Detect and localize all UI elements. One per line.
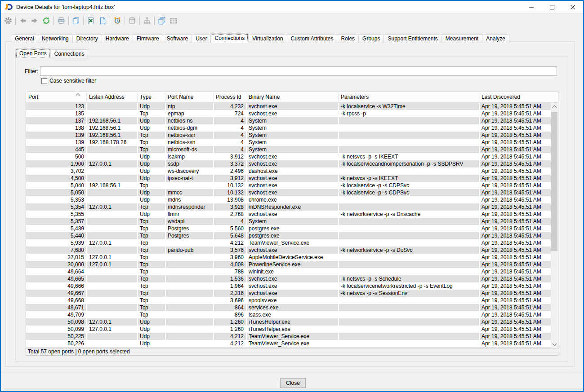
table-row[interactable]: 5,439TcpPostgres5,560postgres.exeApr 19,… [26, 225, 552, 232]
tab-user[interactable]: User [192, 34, 211, 43]
copy-icon[interactable] [70, 15, 82, 26]
table-row[interactable]: 5,440TcpPostgres5,648postgres.exeApr 19,… [26, 232, 552, 239]
tab-connections[interactable]: Connections [211, 33, 249, 43]
tab-custom-attributes[interactable]: Custom Attributes [287, 34, 338, 43]
column-header-process-id[interactable]: Process Id [214, 92, 246, 102]
cell-last-discovered: Apr 19, 2018 5:45:51 AM [479, 232, 552, 239]
document-icon[interactable] [97, 15, 108, 26]
sitemap-icon[interactable] [141, 15, 153, 26]
column-header-type[interactable]: Type [138, 92, 165, 102]
table-row[interactable]: 5,353Udpmdns13,908chrome.exeApr 19, 2018… [26, 196, 552, 203]
settings-gear-icon[interactable] [2, 15, 14, 26]
table-row[interactable]: 445Tcpmicrosoft-ds4SystemApr 19, 2018 5:… [26, 146, 552, 153]
table-row[interactable]: 137192.168.56.1Udpnetbios-ns4SystemApr 1… [26, 117, 552, 124]
table-row[interactable]: 5,040192.168.56.1Tcp10,132svchost.exe-k … [26, 182, 552, 189]
minimize-button[interactable] [521, 1, 542, 13]
close-window-button[interactable] [562, 1, 583, 13]
table-row[interactable]: 30,000127.0.0.1Tcp4,008PowerlineService.… [26, 261, 552, 268]
cell-type: Tcp [138, 261, 165, 268]
database-icon[interactable] [126, 15, 138, 26]
cell-type: Udp [138, 124, 165, 132]
table-row[interactable]: 138192.168.56.1Udpnetbios-dgm4SystemApr … [26, 124, 552, 132]
scroll-up-button[interactable] [551, 103, 558, 110]
scroll-down-button[interactable] [551, 341, 558, 348]
forward-arrow-icon[interactable] [29, 15, 40, 26]
table-row[interactable]: 49,664Tcp788wininit.exeApr 19, 2018 5:45… [26, 268, 552, 275]
tab-directory[interactable]: Directory [73, 34, 102, 43]
tab-roles[interactable]: Roles [337, 34, 359, 43]
vertical-scrollbar[interactable] [551, 103, 558, 348]
table-row[interactable]: 49,709Tcp896lsass.exeApr 19, 2018 5:45:5… [26, 311, 552, 318]
schedule-clock-icon[interactable] [111, 15, 123, 26]
case-sensitive-checkbox[interactable] [41, 78, 47, 84]
table-row[interactable]: 139192.168.56.1Tcpnetbios-ssn4SystemApr … [26, 132, 552, 139]
table-row[interactable]: 5,050Udpmmcc10,132svchost.exe-k localser… [26, 189, 552, 196]
cell-type: Tcp [138, 304, 165, 311]
table-row[interactable]: 1,900127.0.0.1Udpssdp3,372svchost.exe-k … [26, 160, 552, 167]
tab-support-entitlements[interactable]: Support Entitlements [384, 34, 441, 43]
filter-input[interactable] [40, 66, 557, 76]
table-row[interactable]: 5,355Udpllmnr2,768svchost.exe-k networks… [26, 211, 552, 218]
back-arrow-icon[interactable] [17, 15, 29, 26]
tab-hardware[interactable]: Hardware [102, 34, 133, 43]
maximize-button[interactable] [542, 1, 562, 13]
table-row[interactable]: 49,665Tcp1,536svchost.exe-k netsvcs -p -… [26, 275, 552, 282]
subtab-open-ports[interactable]: Open Ports [15, 48, 51, 58]
table-row[interactable]: 49,668Tcp3,696spoolsv.exeApr 19, 2018 5:… [26, 297, 552, 304]
table-row[interactable]: 500Udpisakmp3,912svchost.exe-k netsvcs -… [26, 153, 552, 160]
table-row[interactable]: 49,666Tcp1,964svchost.exe-k localservice… [26, 282, 552, 290]
toolbar-separator [154, 16, 155, 25]
tab-software[interactable]: Software [163, 34, 192, 43]
table-row[interactable]: 5,354127.0.0.1Tcpmdnsresponder3,928mDNSR… [26, 203, 552, 211]
cell-process-id: 788 [214, 268, 246, 275]
export-excel-icon[interactable] [85, 15, 97, 26]
table-row[interactable]: 123Udpntp4,232svchost.exe-k localservice… [26, 103, 552, 110]
table-row[interactable]: 4,500Udpipsec-nat-t3,912svchost.exe-k ne… [26, 175, 552, 182]
table-row[interactable]: 27,015127.0.0.1Tcp3,960AppleMobileDevice… [26, 254, 552, 261]
table-row[interactable]: 7,680Tcppando-pub3,576svchost.exe-k netw… [26, 247, 552, 254]
cell-process-id: 3,912 [214, 153, 246, 160]
tab-general[interactable]: General [11, 34, 38, 43]
table-row[interactable]: 50,225Udp4,212TeamViewer_Service.exeApr … [26, 333, 552, 340]
table-row[interactable]: 3,702Udpws-discovery2,496dashost.exeApr … [26, 167, 552, 175]
column-header-last-discovered[interactable]: Last Discovered [479, 92, 558, 102]
cell-binary-name: svchost.exe [246, 290, 339, 297]
table-row[interactable]: 50,099127.0.0.1Udp1,260iTunesHelper.exeA… [26, 326, 552, 333]
tab-measurement[interactable]: Measurement [442, 34, 482, 43]
tab-networking[interactable]: Networking [38, 34, 73, 43]
scrollbar-thumb[interactable] [551, 112, 557, 251]
cell-port-name [165, 261, 214, 268]
cell-process-id: 1,964 [214, 282, 246, 290]
subtab-connections[interactable]: Connections [51, 49, 89, 58]
refresh-icon[interactable] [40, 15, 52, 26]
table-row[interactable]: 5,939127.0.0.1Tcp4,212TeamViewer_Service… [26, 239, 552, 247]
close-button[interactable]: Close [280, 378, 306, 388]
column-header-parameters[interactable]: Parameters [339, 92, 479, 102]
table-grid-icon[interactable] [168, 15, 179, 26]
print-icon[interactable] [55, 15, 67, 26]
cell-port: 49,665 [26, 275, 87, 282]
copy-multiple-icon[interactable] [156, 15, 168, 26]
table-row[interactable]: 50,226Udp4,212TeamViewer_Service.exeApr … [26, 340, 552, 347]
cell-port-name [165, 239, 214, 247]
cell-port: 50,099 [26, 326, 87, 333]
column-header-listen-address[interactable]: Listen Address [87, 92, 138, 102]
column-header-port-name[interactable]: Port Name [165, 92, 214, 102]
table-row[interactable]: 49,667Tcp2,316svchost.exe-k netsvcs -p -… [26, 290, 552, 297]
table-row[interactable]: 5,357Tcpwsdapi4SystemApr 19, 2018 5:45:5… [26, 218, 552, 225]
window-title: Device Details for 'tom-laptop4.fritz.bo… [16, 4, 115, 10]
cell-listen-address [87, 232, 138, 239]
cell-parameters: -k netsvcs -p -s IKEEXT [339, 175, 479, 182]
table-row[interactable]: 49,671Tcp864services.exeApr 19, 2018 5:4… [26, 304, 552, 311]
cell-listen-address [87, 189, 138, 196]
table-row[interactable]: 139192.168.178.26Tcpnetbios-ssn4SystemAp… [26, 139, 552, 146]
tab-virtualization[interactable]: Virtualization [249, 34, 287, 43]
table-row[interactable]: 135Tcpepmap724svchost.exe-k rpcss -pApr … [26, 110, 552, 117]
table-row[interactable]: 50,098127.0.0.1Udp1,260iTunesHelper.exeA… [26, 318, 552, 326]
tab-firmware[interactable]: Firmware [133, 34, 163, 43]
cell-listen-address [87, 333, 138, 340]
column-header-binary-name[interactable]: Binary Name [246, 92, 339, 102]
tab-analyze[interactable]: Analyze [482, 34, 509, 43]
tab-groups[interactable]: Groups [359, 34, 384, 43]
column-header-port[interactable]: Port [26, 92, 87, 102]
